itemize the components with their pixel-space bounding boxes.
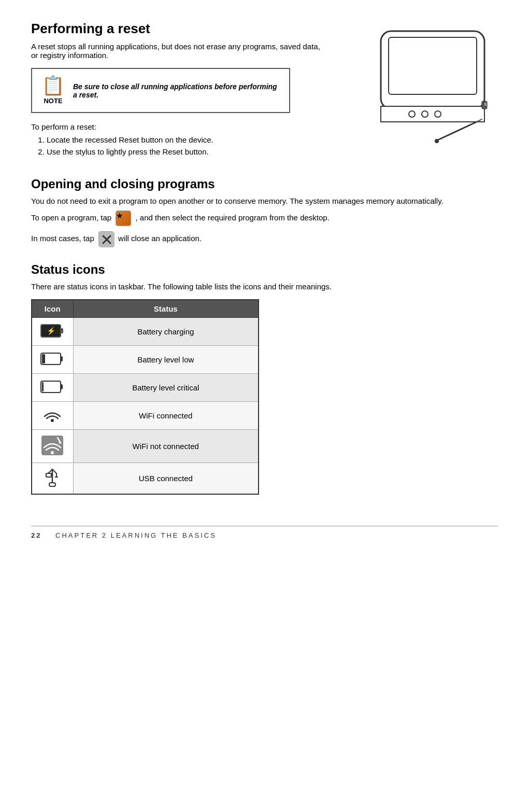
svg-rect-1 (389, 37, 477, 94)
table-row: Battery level critical (32, 374, 259, 402)
svg-rect-22 (42, 382, 44, 391)
note-label: NOTE (44, 97, 62, 105)
step-1: Locate the recessed Reset button on the … (47, 135, 321, 144)
page-number: 22 (31, 531, 41, 539)
status-section: Status icons There are status icons in t… (31, 262, 498, 495)
note-text: Be sure to close all running application… (73, 82, 280, 99)
reset-intro: A reset stops all running applications, … (31, 42, 321, 60)
reset-title: Performing a reset (31, 21, 321, 37)
device-image (337, 21, 518, 161)
svg-point-9 (435, 139, 439, 143)
col-status-header: Status (73, 300, 259, 318)
note-icon-wrap: 📋 NOTE (41, 76, 65, 105)
status-table: Icon Status ⚡ Battery charging (31, 299, 259, 495)
para3-before: In most cases, tap (31, 234, 94, 243)
battery-critical-icon-cell (32, 374, 73, 402)
battery-critical-status: Battery level critical (73, 374, 259, 402)
svg-rect-15 (61, 328, 63, 333)
chapter-label: CHAPTER 2 LEARNING THE BASICS (55, 531, 217, 539)
usb-connected-icon-cell (32, 463, 73, 495)
battery-low-status: Battery level low (73, 346, 259, 374)
programs-para1: You do not need to exit a program to ope… (31, 197, 497, 205)
para2-before: To open a program, tap (31, 213, 111, 222)
table-row: ⚡ Battery charging (32, 318, 259, 346)
reset-section: Performing a reset A reset stops all run… (31, 21, 498, 161)
table-row: USB connected (32, 463, 259, 495)
programs-para3: In most cases, tap will close an applica… (31, 231, 497, 247)
device-illustration (345, 26, 510, 161)
note-box: 📋 NOTE Be sure to close all running appl… (31, 68, 290, 113)
svg-rect-31 (46, 473, 51, 477)
svg-rect-19 (42, 354, 45, 363)
status-desc: There are status icons in taskbar. The f… (31, 282, 497, 291)
svg-rect-18 (61, 356, 63, 361)
battery-charging-status: Battery charging (73, 318, 259, 346)
programs-para2: To open a program, tap ★ , and then sele… (31, 211, 497, 226)
steps-list: Locate the recessed Reset button on the … (47, 135, 321, 156)
footer: 22 CHAPTER 2 LEARNING THE BASICS (31, 526, 498, 539)
svg-rect-20 (41, 381, 61, 393)
reset-left-content: Performing a reset A reset stops all run… (31, 21, 321, 161)
wifi-not-connected-status: WiFi not connected (73, 430, 259, 463)
para2-after: , and then select the required program f… (135, 213, 329, 222)
note-document-icon: 📋 (41, 76, 65, 95)
start-icon: ★ (116, 211, 131, 226)
svg-rect-21 (61, 384, 63, 389)
col-icon-header: Icon (32, 300, 73, 318)
table-row: x WiFi not connected (32, 430, 259, 463)
svg-point-25 (51, 451, 54, 454)
table-header-row: Icon Status (32, 300, 259, 318)
svg-rect-2 (381, 106, 484, 122)
wifi-not-connected-icon-cell: x (32, 430, 73, 463)
programs-title: Opening and closing programs (31, 177, 498, 191)
svg-text:⚡: ⚡ (47, 327, 56, 335)
battery-charging-icon-cell: ⚡ (32, 318, 73, 346)
svg-line-8 (438, 122, 477, 140)
battery-low-icon-cell (32, 346, 73, 374)
wifi-connected-icon-cell (32, 402, 73, 430)
para3-after: will close an application. (118, 234, 202, 243)
svg-point-23 (51, 419, 54, 422)
wifi-connected-status: WiFi connected (73, 402, 259, 430)
usb-connected-status: USB connected (73, 463, 259, 495)
table-row: WiFi connected (32, 402, 259, 430)
close-icon (98, 231, 114, 247)
programs-section: Opening and closing programs You do not … (31, 177, 498, 247)
steps-intro: To perform a reset: (31, 122, 321, 131)
step-2: Use the stylus to lightly press the Rese… (47, 147, 321, 156)
table-row: Battery level low (32, 346, 259, 374)
status-title: Status icons (31, 262, 498, 277)
svg-rect-7 (484, 103, 487, 106)
svg-text:x: x (59, 440, 61, 445)
